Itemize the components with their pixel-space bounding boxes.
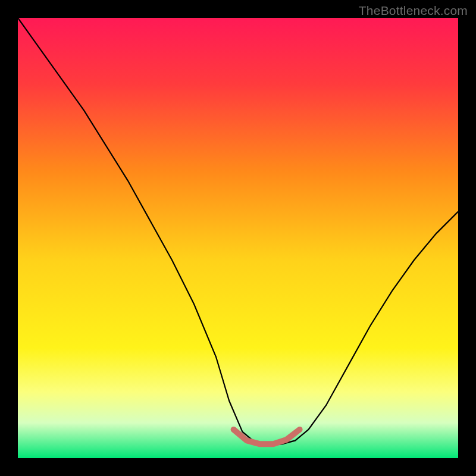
gradient-background (18, 18, 458, 458)
chart-svg (18, 18, 458, 458)
plot-area (18, 18, 458, 458)
watermark-text: TheBottleneck.com (359, 4, 468, 18)
chart-frame: TheBottleneck.com (0, 0, 476, 476)
